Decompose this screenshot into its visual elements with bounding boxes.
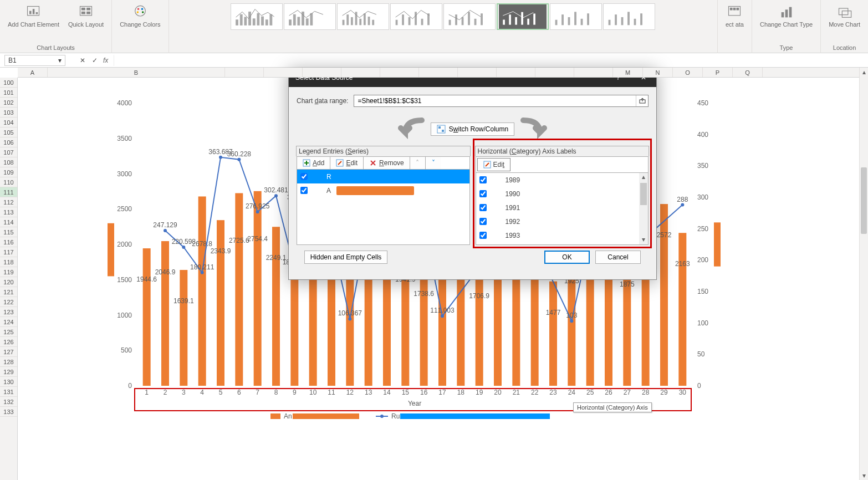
scroll-down-arrow[interactable]: ▾ xyxy=(860,471,868,480)
quick-layout-button[interactable]: Quick Layout xyxy=(65,3,107,29)
select-data-button[interactable]: ect ata xyxy=(722,3,747,29)
svg-rect-133 xyxy=(476,265,483,386)
scroll-up-icon[interactable]: ▴ xyxy=(639,173,648,182)
svg-rect-30 xyxy=(346,14,349,25)
svg-rect-16 xyxy=(244,17,247,25)
switch-row-column-button[interactable]: Switch Row/Column xyxy=(431,122,514,136)
svg-rect-35 xyxy=(368,17,370,25)
category-scrollbar[interactable]: ▴ ▾ xyxy=(639,173,648,244)
series-row[interactable]: R xyxy=(297,170,469,183)
chart-style-thumb-selected[interactable] xyxy=(497,3,549,30)
chart-data-range-input[interactable] xyxy=(354,95,649,107)
column-headers[interactable]: ABMNOPQ xyxy=(18,68,859,78)
category-row[interactable]: 1990 xyxy=(476,187,649,201)
chart-style-thumb[interactable] xyxy=(550,3,602,30)
svg-rect-19 xyxy=(257,13,259,25)
svg-rect-47 xyxy=(474,19,477,25)
category-checkbox[interactable] xyxy=(479,190,487,197)
formula-input[interactable] xyxy=(114,55,868,66)
series-checkbox[interactable] xyxy=(300,187,308,194)
category-row[interactable]: 1992 xyxy=(476,215,649,228)
category-edit-button[interactable]: Edit xyxy=(477,158,511,171)
chart-style-thumb[interactable] xyxy=(337,3,389,30)
svg-point-9 xyxy=(135,6,145,16)
series-move-up-button[interactable]: ˄ xyxy=(410,157,426,169)
svg-rect-55 xyxy=(533,14,535,25)
range-text-input[interactable] xyxy=(354,95,636,106)
swap-arrow-left-icon xyxy=(383,117,427,141)
scroll-thumb[interactable] xyxy=(640,183,647,205)
category-label: 1992 xyxy=(506,218,520,226)
category-row[interactable]: 1989 xyxy=(476,173,649,187)
scroll-up-arrow[interactable]: ▴ xyxy=(860,68,868,76)
svg-rect-105 xyxy=(217,220,224,386)
svg-text:2754.4: 2754.4 xyxy=(247,235,268,243)
chart-style-thumb[interactable] xyxy=(284,3,336,30)
enter-formula-icon[interactable]: ✓ xyxy=(89,57,101,64)
svg-point-193 xyxy=(570,319,573,323)
category-list[interactable]: ▴ ▾ 19891990199119921993 xyxy=(476,173,649,244)
row-headers[interactable]: 1001011021031041051061071081091101111121… xyxy=(0,78,18,480)
series-move-down-button[interactable]: ˅ xyxy=(426,157,441,169)
series-list[interactable]: RA xyxy=(297,170,469,244)
chart-style-thumb[interactable] xyxy=(231,3,283,30)
svg-rect-38 xyxy=(402,14,404,25)
chart-style-thumb[interactable] xyxy=(443,3,496,30)
svg-rect-71 xyxy=(737,8,739,11)
svg-point-167 xyxy=(256,210,259,213)
series-row[interactable]: A xyxy=(297,183,469,197)
chart-style-thumb[interactable] xyxy=(390,3,442,30)
svg-rect-46 xyxy=(468,12,470,25)
category-row[interactable]: 1991 xyxy=(476,201,649,215)
svg-text:288: 288 xyxy=(677,196,688,203)
svg-text:2343.9: 2343.9 xyxy=(211,247,231,255)
svg-rect-64 xyxy=(621,17,624,25)
svg-text:1500: 1500 xyxy=(117,276,132,284)
svg-rect-234 xyxy=(270,413,280,419)
group-chart-layouts: Add Chart Element Quick Layout Chart Lay… xyxy=(0,0,112,53)
group-chart-styles xyxy=(169,0,718,53)
ok-button[interactable]: OK xyxy=(544,251,590,264)
svg-text:3500: 3500 xyxy=(117,135,132,142)
svg-rect-96 xyxy=(714,222,721,266)
series-checkbox[interactable] xyxy=(300,173,308,180)
change-chart-type-button[interactable]: Change Chart Type xyxy=(757,3,816,29)
svg-rect-61 xyxy=(587,13,589,25)
series-add-button[interactable]: Add xyxy=(297,157,330,169)
category-label: 1991 xyxy=(506,204,520,212)
category-label: 1990 xyxy=(506,190,520,198)
category-checkbox[interactable] xyxy=(479,204,487,211)
svg-text:111.003: 111.003 xyxy=(430,307,455,314)
svg-rect-34 xyxy=(364,13,366,25)
svg-text:247.129: 247.129 xyxy=(153,221,177,229)
series-remove-button[interactable]: Remove xyxy=(364,157,410,169)
hidden-empty-cells-button[interactable]: Hidden and Empty Cells xyxy=(304,251,387,264)
scroll-thumb[interactable] xyxy=(861,167,867,234)
category-row[interactable]: 1993 xyxy=(476,228,649,242)
svg-rect-101 xyxy=(180,270,187,386)
svg-rect-107 xyxy=(235,193,243,386)
svg-rect-36 xyxy=(372,20,374,25)
svg-text:2572: 2572 xyxy=(657,231,672,239)
chart-style-thumb[interactable] xyxy=(603,3,655,30)
group-data-partial: ect ata xyxy=(718,0,752,53)
name-box[interactable]: B1▾ xyxy=(4,55,65,66)
category-checkbox[interactable] xyxy=(479,232,487,239)
add-chart-element-button[interactable]: Add Chart Element xyxy=(4,3,63,29)
svg-point-185 xyxy=(441,314,444,318)
svg-text:2000: 2000 xyxy=(117,241,132,248)
svg-rect-244 xyxy=(438,126,441,129)
cancel-formula-icon[interactable]: ✕ xyxy=(76,57,89,64)
category-checkbox[interactable] xyxy=(479,218,487,225)
change-colors-button[interactable]: Change Colors xyxy=(116,3,164,29)
scroll-down-icon[interactable]: ▾ xyxy=(639,236,648,244)
collapse-dialog-icon[interactable] xyxy=(636,95,648,106)
series-edit-button[interactable]: Edit xyxy=(330,157,364,169)
move-chart-button[interactable]: Move Chart xyxy=(825,3,864,29)
vertical-scrollbar[interactable]: ▴ ▾ xyxy=(859,68,868,480)
cancel-button[interactable]: Cancel xyxy=(595,251,641,264)
category-checkbox[interactable] xyxy=(479,176,487,183)
fx-label[interactable]: fx xyxy=(101,57,110,64)
chevron-down-icon[interactable]: ▾ xyxy=(58,57,62,64)
svg-text:An: An xyxy=(284,412,292,420)
